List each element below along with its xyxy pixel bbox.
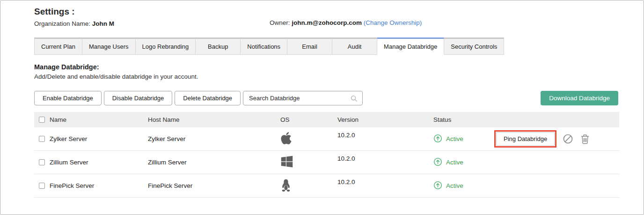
column-header-os: OS [277,116,337,123]
organization-name: Organization Name: John M [34,20,114,27]
column-header-version: Version [337,116,433,123]
version-value: 10.2.0 [337,155,355,162]
column-header-status: Status [433,116,494,123]
block-databridge-icon[interactable] [563,133,573,144]
search-input[interactable] [243,91,362,105]
version-value: 10.2.0 [337,132,355,139]
owner-label: Owner: [270,19,292,26]
status-badge: Active [446,135,463,142]
table-row: Zillium Server Zillium Server 10.2.0 Act… [34,151,619,174]
tab-audit[interactable]: Audit [332,37,377,55]
tab-manage-databridge[interactable]: Manage Databridge [377,37,444,55]
organization-name-value: John M [92,20,114,27]
databridge-table: Name Host Name OS Version Status Zylker … [34,112,619,198]
organization-name-label: Organization Name: [34,20,92,27]
host-name: Zylker Server [148,135,277,142]
tab-backup[interactable]: Backup [196,37,241,55]
settings-page: Settings : Organization Name: John M Own… [0,0,644,215]
table-row: Zylker Server Zylker Server 10.2.0 Activ… [34,127,619,151]
search-databridge-field [243,91,363,105]
tab-security-controls[interactable]: Security Controls [444,37,504,55]
status-up-icon [433,134,442,144]
status-badge: Active [446,159,463,166]
row-checkbox[interactable] [39,136,45,142]
status-badge: Active [446,182,463,189]
section-title: Manage Databridge: [34,63,99,71]
enable-databridge-button[interactable]: Enable Databridge [34,91,102,105]
tab-notifications[interactable]: Notifications [241,37,287,55]
tab-manage-users[interactable]: Manage Users [82,37,136,55]
server-name: Zylker Server [50,135,87,142]
ping-databridge-button[interactable]: Ping Databridge [496,132,555,146]
tab-current-plan[interactable]: Current Plan [34,37,82,55]
linux-os-icon [280,178,292,193]
select-all-checkbox[interactable] [39,117,45,123]
table-row: FinePick Server FinePick Server 10.2.0 [34,174,619,198]
section-subtitle: Add/Delete and enable/disable databridge… [34,73,198,80]
windows-os-icon [280,155,293,170]
row-checkbox[interactable] [39,183,45,189]
apple-os-icon [280,131,292,147]
search-icon [351,95,358,104]
server-name: Zillium Server [50,159,88,166]
column-header-host: Host Name [148,116,277,123]
download-databridge-button[interactable]: Download Databridge [541,91,618,105]
column-header-name: Name [50,116,66,123]
tab-logo-rebranding[interactable]: Logo Rebranding [136,37,196,55]
databridge-toolbar: Enable Databridge Disable Databridge Del… [34,91,363,105]
tab-email[interactable]: Email [287,37,332,55]
page-title: Settings : [34,7,75,17]
settings-tab-bar: Current Plan Manage Users Logo Rebrandin… [34,37,504,55]
status-up-icon [433,181,442,191]
delete-trash-icon[interactable] [580,134,590,144]
version-value: 10.2.0 [337,178,355,185]
host-name: Zillium Server [148,159,277,166]
row-checkbox[interactable] [39,159,45,165]
disable-databridge-button[interactable]: Disable Databridge [104,91,173,105]
ping-highlight-annotation: Ping Databridge [494,130,556,148]
owner-info: Owner: john.m@zohocorp.com (Change Owner… [270,19,422,26]
status-up-icon [433,157,442,168]
owner-email: john.m@zohocorp.com [292,19,362,26]
change-ownership-link[interactable]: (Change Ownership) [364,19,422,26]
host-name: FinePick Server [148,182,277,189]
table-header-row: Name Host Name OS Version Status [34,112,619,127]
server-name: FinePick Server [50,182,94,189]
delete-databridge-button[interactable]: Delete Databridge [175,91,241,105]
